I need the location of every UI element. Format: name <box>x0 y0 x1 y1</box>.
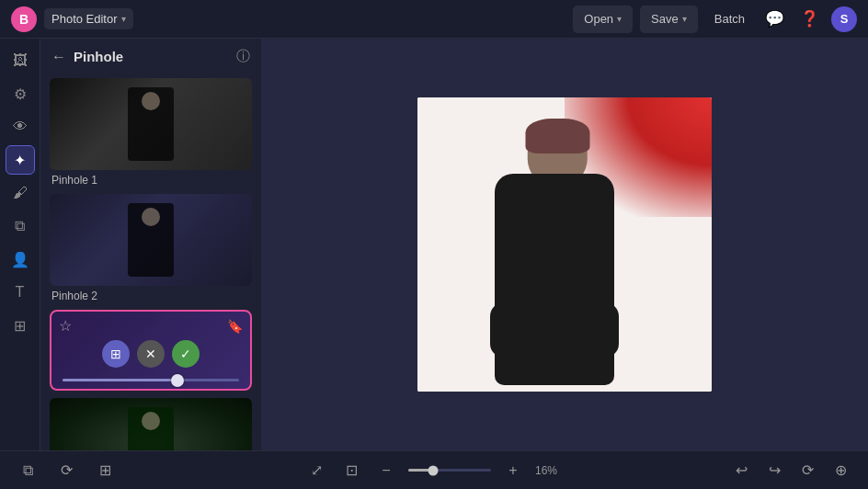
preset-pinhole3-active[interactable]: ☆ 🔖 ⊞ ✕ ✓ <box>50 310 252 391</box>
intensity-fill <box>63 379 177 381</box>
panel-title: Pinhole <box>74 49 229 64</box>
intensity-track[interactable] <box>63 379 239 381</box>
app-title-button[interactable]: Photo Editor ▾ <box>44 8 133 29</box>
panel-scroll[interactable]: Pinhole 1 Pinhole 2 ☆ 🔖 ⊞ ✕ ✓ <box>40 74 261 450</box>
save-chevron: ▾ <box>682 14 687 24</box>
preset-thumb-pinhole4 <box>50 398 252 450</box>
person-silhouette <box>453 120 656 392</box>
sidebar-adjust-btn[interactable]: ⚙ <box>6 79 35 108</box>
bottom-right-controls: ↩ ↪ ⟳ ⊕ <box>728 458 853 483</box>
person-hat <box>526 119 590 154</box>
intensity-thumb[interactable] <box>171 374 184 387</box>
preset-pinhole1[interactable]: Pinhole 1 <box>50 78 252 187</box>
preset-thumb-pinhole1 <box>50 78 252 170</box>
open-button[interactable]: Open ▾ <box>573 6 633 33</box>
preset-label-pinhole2: Pinhole 2 <box>50 290 252 302</box>
sidebar-effects-btn[interactable]: ✦ <box>6 145 35 175</box>
app-logo: B <box>11 6 37 32</box>
open-label: Open <box>584 12 613 26</box>
zoom-plus-button[interactable]: + <box>500 458 526 483</box>
help-icon-button[interactable]: ❓ <box>796 6 822 32</box>
cancel-preset-button[interactable]: ✕ <box>137 340 165 368</box>
sidebar-text-btn[interactable]: T <box>6 278 35 307</box>
settings-icon-button[interactable]: ⊕ <box>828 458 853 483</box>
sidebar-media-btn[interactable]: 🖼 <box>6 46 35 75</box>
canvas-area <box>261 39 868 450</box>
sidebar-export-btn[interactable]: ⊞ <box>6 311 35 340</box>
crop-button[interactable]: ⊡ <box>338 458 364 483</box>
sidebar-eye-btn[interactable]: 👁 <box>6 112 35 142</box>
preset-label-pinhole1: Pinhole 1 <box>50 174 252 187</box>
bottom-bar: ⧉ ⟳ ⊞ ⤢ ⊡ − + 16% ↩ ↪ ⟳ ⊕ <box>0 450 868 489</box>
figure1 <box>128 87 174 161</box>
topbar-right: 💬 ❓ S <box>761 6 857 32</box>
main-layout: 🖼 ⚙ 👁 ✦ 🖌 ⧉ 👤 T ⊞ ← Pinhole ⓘ Pinhole 1 <box>0 39 868 450</box>
panel-back-button[interactable]: ← <box>51 49 66 65</box>
save-button[interactable]: Save ▾ <box>640 6 698 33</box>
undo-button[interactable]: ↪ <box>761 458 787 483</box>
history-icon-button[interactable]: ⟳ <box>53 458 79 483</box>
preset-pinhole4[interactable]: Pinhole 4 <box>50 398 252 450</box>
batch-label: Batch <box>714 12 745 26</box>
panel-info-button[interactable]: ⓘ <box>236 48 250 65</box>
batch-button[interactable]: Batch <box>705 6 754 33</box>
avatar-button[interactable]: S <box>831 6 857 32</box>
sidebar-brush-btn[interactable]: 🖌 <box>6 178 35 208</box>
figure4 <box>128 407 174 450</box>
star-button[interactable]: ☆ <box>59 317 72 335</box>
sidebar-layers-btn[interactable]: ⧉ <box>6 211 35 241</box>
person-body <box>495 174 614 385</box>
zoom-track[interactable] <box>408 469 491 472</box>
main-image <box>417 97 712 392</box>
icon-sidebar: 🖼 ⚙ 👁 ✦ 🖌 ⧉ 👤 T ⊞ <box>0 39 40 450</box>
sidebar-people-btn[interactable]: 👤 <box>6 244 35 274</box>
rotate-left-button[interactable]: ↩ <box>728 458 754 483</box>
figure2 <box>128 203 174 277</box>
active-header: ☆ 🔖 <box>51 312 250 338</box>
panel: ← Pinhole ⓘ Pinhole 1 Pinhole 2 <box>40 39 261 450</box>
zoom-percentage: 16% <box>535 464 565 477</box>
save-label: Save <box>651 12 679 26</box>
chat-icon-button[interactable]: 💬 <box>761 6 787 32</box>
main-image-container <box>417 97 712 392</box>
sliders-button[interactable]: ⊞ <box>102 340 130 368</box>
active-controls: ⊞ ✕ ✓ <box>51 338 250 371</box>
bottom-center-controls: ⤢ ⊡ − + 16% <box>303 458 565 483</box>
grid-icon-button[interactable]: ⊞ <box>92 458 118 483</box>
preset-pinhole2[interactable]: Pinhole 2 <box>50 194 252 302</box>
active-save-button[interactable]: 🔖 <box>227 319 243 334</box>
redo-button[interactable]: ⟳ <box>794 458 820 483</box>
person-arms <box>490 302 619 358</box>
app-title-chevron: ▾ <box>121 14 126 24</box>
zoom-minus-button[interactable]: − <box>373 458 399 483</box>
intensity-slider-row <box>51 371 250 381</box>
app-title-label: Photo Editor <box>51 12 118 26</box>
zoom-thumb[interactable] <box>428 465 439 475</box>
bottom-left-controls: ⧉ ⟳ ⊞ <box>15 458 118 483</box>
fit-button[interactable]: ⤢ <box>303 458 329 483</box>
layers-icon-button[interactable]: ⧉ <box>15 458 40 483</box>
preset-thumb-pinhole2 <box>50 194 252 286</box>
apply-preset-button[interactable]: ✓ <box>172 340 200 368</box>
topbar: B Photo Editor ▾ Open ▾ Save ▾ Batch 💬 ❓… <box>0 0 868 39</box>
open-chevron: ▾ <box>617 14 622 24</box>
panel-header: ← Pinhole ⓘ <box>40 39 261 74</box>
